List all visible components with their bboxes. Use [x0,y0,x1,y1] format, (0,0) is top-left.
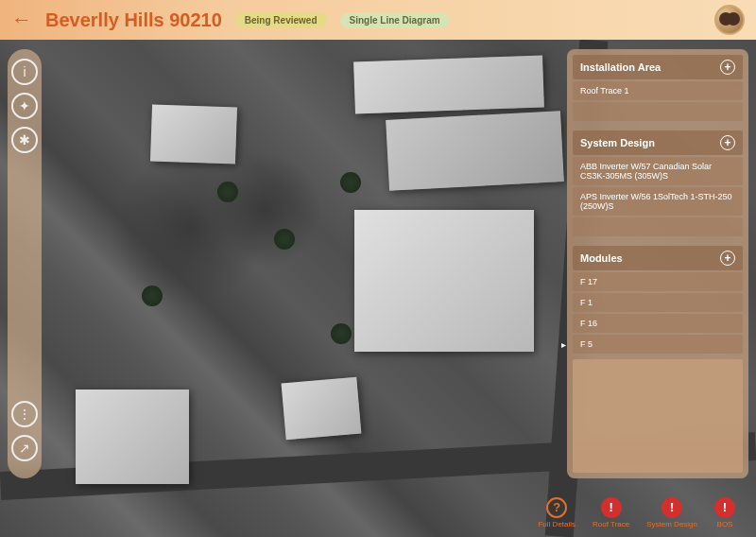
status-badge-diagram[interactable]: Single Line Diagram [340,12,450,28]
side-panel: Installation Area + Roof Trace 1 System … [567,49,748,478]
header-bar: ← Beverlly Hills 90210 Being Reviewed Si… [0,0,756,40]
roof-trace-button[interactable]: ! Roof Trace [593,497,629,528]
list-item[interactable]: Roof Trace 1 [573,81,743,100]
info-icon[interactable]: i [11,59,38,85]
list-item[interactable]: APS Inverter W/56 1SolTech 1-STH-250 (25… [573,187,743,216]
section-system-header[interactable]: System Design + [573,130,743,155]
section-title: Modules [580,252,623,264]
more-icon[interactable]: ⋮ [11,401,38,427]
button-label: Full Details [538,520,576,528]
share-icon[interactable]: ↗ [11,435,38,461]
section-title: Installation Area [580,61,661,73]
compass-icon[interactable]: ✦ [11,93,38,119]
system-design-button[interactable]: ! System Design [646,497,697,528]
user-icon[interactable]: ✱ [11,127,38,153]
list-item[interactable]: F 1 [573,293,743,312]
section-title: System Design [580,137,655,148]
alert-icon: ! [714,497,735,518]
add-icon[interactable]: + [720,135,735,150]
list-item-empty [573,217,743,236]
chevron-right-icon: ▸ [561,339,566,350]
button-label: System Design [646,520,697,528]
list-item[interactable]: F 17 [573,272,743,291]
full-details-button[interactable]: ? Full Details [538,497,576,528]
question-icon: ? [546,497,567,518]
side-toolbar: i ✦ ✱ ⋮ ↗ [8,49,42,478]
bos-button[interactable]: ! BOS [714,497,735,528]
status-badge-review[interactable]: Being Reviewed [235,12,327,28]
footer-actions: ? Full Details ! Roof Trace ! System Des… [524,488,748,537]
back-button[interactable]: ← [11,8,32,32]
panel-blur-region [573,359,743,473]
alert-icon: ! [601,497,622,518]
avatar[interactable] [714,5,745,35]
list-item[interactable]: F 16 [573,314,743,333]
section-modules-header[interactable]: Modules + [573,246,743,270]
list-item-empty [573,102,743,121]
add-icon[interactable]: + [720,251,735,266]
section-installation-header[interactable]: Installation Area + [573,55,743,79]
button-label: Roof Trace [593,520,629,528]
page-title: Beverlly Hills 90210 [45,9,222,31]
add-icon[interactable]: + [720,60,735,75]
list-item[interactable]: ▸ F 5 [573,335,743,354]
alert-icon: ! [662,497,682,518]
button-label: BOS [717,520,733,528]
list-item[interactable]: ABB Inverter W/57 Canadian Solar CS3K-30… [573,157,743,185]
